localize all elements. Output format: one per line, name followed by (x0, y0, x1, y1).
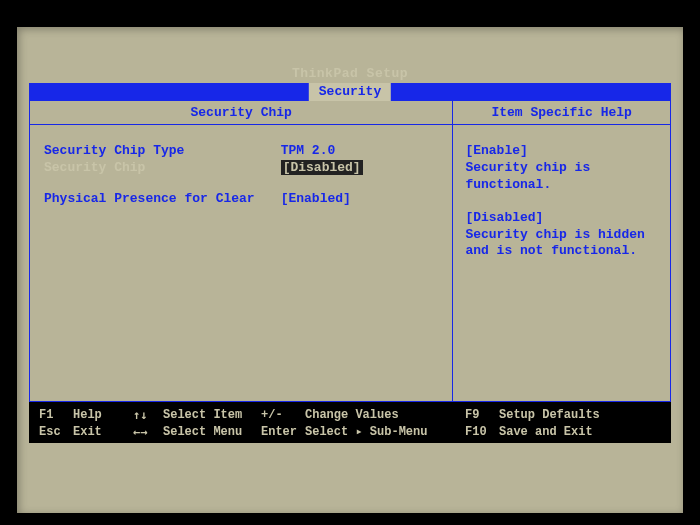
setting-row[interactable]: Physical Presence for Clear[Enabled] (44, 191, 438, 206)
help-pane: Item Specific Help [Enable]Security chip… (453, 101, 670, 401)
setting-row[interactable]: Security Chip[Disabled] (44, 160, 438, 175)
help-pane-header: Item Specific Help (453, 101, 670, 125)
setting-value[interactable]: TPM 2.0 (281, 143, 439, 158)
setting-label: Physical Presence for Clear (44, 191, 281, 206)
help-heading: [Enable] (465, 143, 658, 160)
hint-setup-defaults: Setup Defaults (499, 408, 661, 422)
key-leftright: ←→ (133, 425, 163, 439)
help-body-text: Security chip is functional. (465, 160, 658, 194)
hint-select-item: Select Item (163, 408, 261, 422)
key-esc: Esc (39, 425, 73, 439)
page-title: ThinkPad Setup (29, 62, 671, 83)
key-enter: Enter (261, 425, 305, 439)
setting-row[interactable]: Security Chip TypeTPM 2.0 (44, 143, 438, 158)
setting-label: Security Chip Type (44, 143, 281, 158)
key-updown: ↑↓ (133, 408, 163, 422)
key-plusminus: +/- (261, 408, 305, 422)
tab-security[interactable]: Security (309, 83, 391, 101)
settings-pane: Security Chip Security Chip TypeTPM 2.0S… (30, 101, 453, 401)
help-body-text: Security chip is hidden and is not funct… (465, 227, 658, 261)
setting-value[interactable]: [Enabled] (281, 191, 439, 206)
help-heading: [Disabled] (465, 210, 658, 227)
hint-exit: Exit (73, 425, 133, 439)
settings-pane-header: Security Chip (30, 101, 452, 125)
hint-save-exit: Save and Exit (499, 425, 661, 439)
key-f1: F1 (39, 408, 73, 422)
setting-label: Security Chip (44, 160, 281, 175)
help-text: [Enable]Security chip is functional.[Dis… (453, 125, 670, 278)
hint-help: Help (73, 408, 133, 422)
footer-hints: F1 Help ↑↓ Select Item +/- Change Values… (29, 402, 671, 443)
key-f9: F9 (465, 408, 499, 422)
hint-change-values: Change Values (305, 408, 465, 422)
key-f10: F10 (465, 425, 499, 439)
hint-select-menu: Select Menu (163, 425, 261, 439)
tab-bar: Security (29, 83, 671, 101)
setting-value[interactable]: [Disabled] (281, 160, 439, 175)
hint-submenu: Select ▸ Sub-Menu (305, 424, 465, 439)
